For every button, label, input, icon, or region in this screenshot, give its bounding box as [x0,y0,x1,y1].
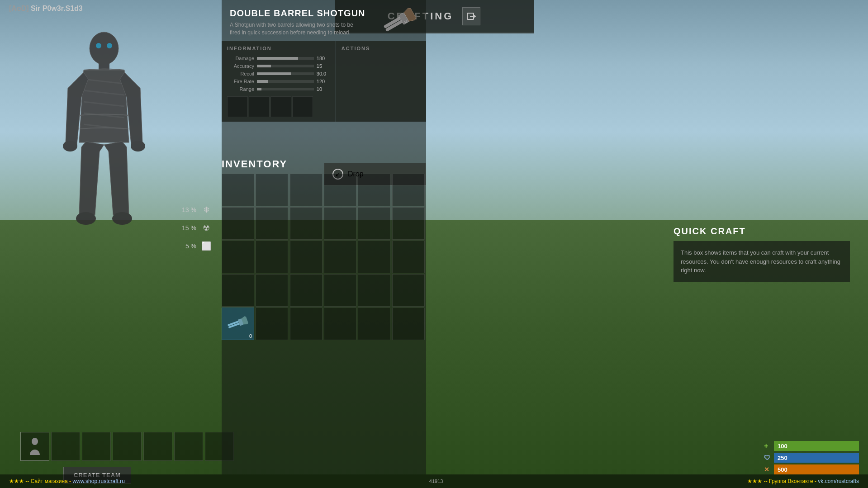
stat-value-range: 10 [317,86,330,92]
calories-percentage: 5 % [176,242,196,250]
stat-label-accuracy: Accuracy [227,63,254,69]
resource-blue-value: 250 [778,455,787,461]
item-name: DOUBLE BARREL SHOTGUN [230,8,375,19]
stat-row-recoil: Recoil 30.0 [227,71,330,76]
resource-bar-green: 100 [774,441,859,451]
info-section-label: INFORMATION [227,46,330,51]
inv-slot-2-4[interactable] [324,207,356,240]
inv-slot-5-1[interactable]: 0 [222,308,254,340]
stat-row-damage: Damage 180 [227,56,330,61]
stat-row-firerate: Fire Rate 120 [227,79,330,84]
resource-orange-value: 500 [778,466,787,473]
stat-value-firerate: 120 [317,79,330,84]
quick-craft-description: This box shows items that you can craft … [674,241,850,282]
inv-slot-3-1[interactable] [222,241,254,273]
stat-bar-recoil [257,72,314,75]
resource-bar-blue: 250 [774,453,859,463]
player-name: [AoD] Sir P0w3r.S1d3 [9,5,83,13]
mini-slot-3[interactable] [270,96,291,117]
mini-slot-4[interactable] [292,96,313,117]
inv-item-count: 0 [249,333,252,339]
cold-icon: ❄ [200,204,213,216]
inv-slot-2-2[interactable] [256,207,288,240]
inv-slot-3-4[interactable] [324,241,356,273]
inventory-panel: INVENTORY [222,154,425,340]
inv-slot-4-2[interactable] [256,274,288,307]
actions-section-label: ACTIONS [342,46,421,51]
radiation-percentage: 15 % [176,224,196,232]
inv-slot-4-3[interactable] [290,274,323,307]
character-svg [54,25,154,260]
resource-green-plus: + [764,442,771,450]
equip-slot-2[interactable] [51,432,80,461]
information-section: INFORMATION Damage 180 Accuracy 15 Recoi… [222,41,336,122]
equip-slot-3[interactable] [82,432,111,461]
stat-label-damage: Damage [227,56,254,61]
equipment-slots [20,432,234,461]
inv-slot-5-6[interactable] [392,308,425,340]
quick-craft-title: QUICK CRAFT [674,226,850,237]
inv-slot-2-3[interactable] [290,207,323,240]
stat-bar-damage [257,57,314,60]
player-tag: [AoD] [9,5,29,12]
bottom-footer: ★★★ -- Сайт магазина - www.shop.rustcraf… [0,474,868,488]
stat-bar-range [257,88,314,90]
stat-label-recoil: Recoil [227,71,254,76]
inv-slot-5-4[interactable] [324,308,356,340]
svg-point-4 [107,43,112,48]
exit-button[interactable] [462,7,480,25]
stat-row-accuracy: Accuracy 15 [227,63,330,69]
calories-status-row: 5 % ⬜ [176,240,213,252]
inv-slot-1-2[interactable] [256,174,288,206]
inv-slot-5-3[interactable] [290,308,323,340]
equip-slot-character[interactable] [20,432,49,461]
inv-slot-4-6[interactable] [392,274,425,307]
inv-slot-4-4[interactable] [324,274,356,307]
item-description: A Shotgun with two barrels allowing two … [230,21,356,37]
stat-bar-firerate-fill [257,80,268,83]
inv-slot-3-6[interactable] [392,241,425,273]
inv-slot-3-2[interactable] [256,241,288,273]
inv-slot-4-5[interactable] [358,274,390,307]
resource-orange-icon: ✕ [764,466,771,473]
footer-right: ★★★ -- Группа Вконтакте - vk.com/rustcra… [747,478,859,484]
mini-slots [227,96,330,117]
inv-slot-5-5[interactable] [358,308,390,340]
mini-slot-2[interactable] [249,96,270,117]
resource-bars: + 100 🛡 250 ✕ 500 [764,441,859,474]
inv-slot-1-4[interactable] [324,174,356,206]
calories-icon: ⬜ [200,240,213,252]
footer-left: ★★★ -- Сайт магазина - www.shop.rustcraf… [9,478,125,484]
inv-slot-2-6[interactable] [392,207,425,240]
inv-slot-1-3[interactable] [290,174,323,206]
footer-left-text: -- Сайт магазина - [25,478,71,484]
equip-slot-6[interactable] [174,432,203,461]
inv-slot-2-5[interactable] [358,207,390,240]
actions-section: ACTIONS [336,41,426,122]
footer-right-stars: ★★★ [747,478,762,484]
inv-slot-4-1[interactable] [222,274,254,307]
inv-slot-1-6[interactable] [392,174,425,206]
footer-right-text: -- Группа Вконтакте - [764,478,816,484]
radiation-status-row: 15 % ☢ [176,222,213,234]
inv-slot-3-5[interactable] [358,241,390,273]
stat-row-range: Range 10 [227,86,330,92]
svg-point-3 [96,43,101,48]
footer-left-link[interactable]: www.shop.rustcraft.ru [72,478,124,484]
footer-right-link[interactable]: vk.com/rustcrafts [818,478,859,484]
svg-point-2 [90,32,119,65]
item-image [382,8,418,35]
resource-row-green: + 100 [764,441,859,451]
stat-value-recoil: 30.0 [317,71,330,76]
inv-slot-3-3[interactable] [290,241,323,273]
stat-value-accuracy: 15 [317,63,330,69]
inv-slot-5-2[interactable] [256,308,288,340]
inv-slot-2-1[interactable] [222,207,254,240]
inv-slot-1-5[interactable] [358,174,390,206]
equip-slot-5[interactable] [143,432,172,461]
equip-slot-4[interactable] [113,432,142,461]
svg-rect-5 [99,62,109,71]
mini-slot-1[interactable] [227,96,248,117]
inv-slot-1-1[interactable] [222,174,254,206]
resource-green-value: 100 [778,443,787,450]
